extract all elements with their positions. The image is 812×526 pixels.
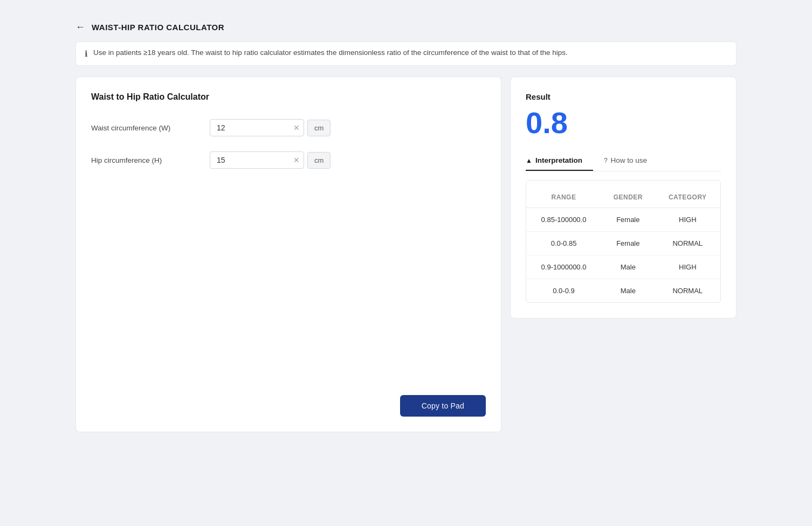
cell-range: 0.0-0.9 xyxy=(526,279,601,303)
waist-input[interactable] xyxy=(210,119,304,136)
hip-unit: cm xyxy=(307,152,331,169)
cell-gender: Female xyxy=(601,208,655,232)
how-to-use-label: How to use xyxy=(611,156,648,164)
hip-clear-icon[interactable]: ✕ xyxy=(293,156,300,164)
info-text: Use in patients ≥18 years old. The waist… xyxy=(93,49,568,57)
col-category: CATEGORY xyxy=(655,187,720,208)
cell-category: NORMAL xyxy=(655,232,720,255)
table-row: 0.0-0.85FemaleNORMAL xyxy=(526,232,720,255)
col-gender: GENDER xyxy=(601,187,655,208)
result-label: Result xyxy=(526,92,721,101)
waist-unit: cm xyxy=(307,120,331,136)
interpretation-table-container: RANGE GENDER CATEGORY 0.85-100000.0Femal… xyxy=(526,180,721,303)
hip-input-wrapper: ✕ xyxy=(210,151,304,169)
waist-field-row: Waist circumference (W) ✕ cm xyxy=(91,119,486,136)
calculator-title: Waist to Hip Ratio Calculator xyxy=(91,92,486,102)
waist-clear-icon[interactable]: ✕ xyxy=(293,123,300,132)
hip-label: Hip circumference (H) xyxy=(91,156,210,164)
hip-input-group: ✕ cm xyxy=(210,151,331,169)
interpretation-icon: ▲ xyxy=(526,157,532,164)
waist-input-group: ✕ cm xyxy=(210,119,331,136)
calculator-card: Waist to Hip Ratio Calculator Waist circ… xyxy=(75,77,501,432)
page-header: ← WAIST-HIP RATIO CALCULATOR xyxy=(75,22,737,33)
cell-category: HIGH xyxy=(655,255,720,279)
table-row: 0.9-1000000.0MaleHIGH xyxy=(526,255,720,279)
result-tabs-row: ▲ Interpretation ? How to use xyxy=(526,151,721,171)
hip-field-row: Hip circumference (H) ✕ cm xyxy=(91,151,486,169)
cell-range: 0.9-1000000.0 xyxy=(526,255,601,279)
copy-btn-row: Copy to Pad xyxy=(400,395,486,417)
cell-category: NORMAL xyxy=(655,279,720,303)
info-banner: ℹ Use in patients ≥18 years old. The wai… xyxy=(75,41,737,66)
col-range: RANGE xyxy=(526,187,601,208)
waist-input-wrapper: ✕ xyxy=(210,119,304,136)
result-card: Result 0.8 ▲ Interpretation ? How to use… xyxy=(510,77,737,319)
table-row: 0.85-100000.0FemaleHIGH xyxy=(526,208,720,232)
table-header-row: RANGE GENDER CATEGORY xyxy=(526,187,720,208)
copy-to-pad-button[interactable]: Copy to Pad xyxy=(400,395,486,417)
cell-gender: Male xyxy=(601,279,655,303)
cell-gender: Male xyxy=(601,255,655,279)
info-icon: ℹ xyxy=(85,49,88,59)
page-title: WAIST-HIP RATIO CALCULATOR xyxy=(92,23,224,32)
cell-gender: Female xyxy=(601,232,655,255)
tab-how-to-use[interactable]: ? How to use xyxy=(604,151,658,171)
waist-label: Waist circumference (W) xyxy=(91,124,210,132)
back-button[interactable]: ← xyxy=(75,22,85,33)
table-row: 0.0-0.9MaleNORMAL xyxy=(526,279,720,303)
result-value: 0.8 xyxy=(526,108,721,138)
cell-range: 0.85-100000.0 xyxy=(526,208,601,232)
tab-interpretation[interactable]: ▲ Interpretation xyxy=(526,151,593,171)
how-to-use-icon: ? xyxy=(604,157,608,164)
hip-input[interactable] xyxy=(210,151,304,169)
main-content: Waist to Hip Ratio Calculator Waist circ… xyxy=(75,77,737,432)
interpretation-label: Interpretation xyxy=(535,156,582,164)
cell-range: 0.0-0.85 xyxy=(526,232,601,255)
cell-category: HIGH xyxy=(655,208,720,232)
interpretation-table: RANGE GENDER CATEGORY 0.85-100000.0Femal… xyxy=(526,187,720,302)
